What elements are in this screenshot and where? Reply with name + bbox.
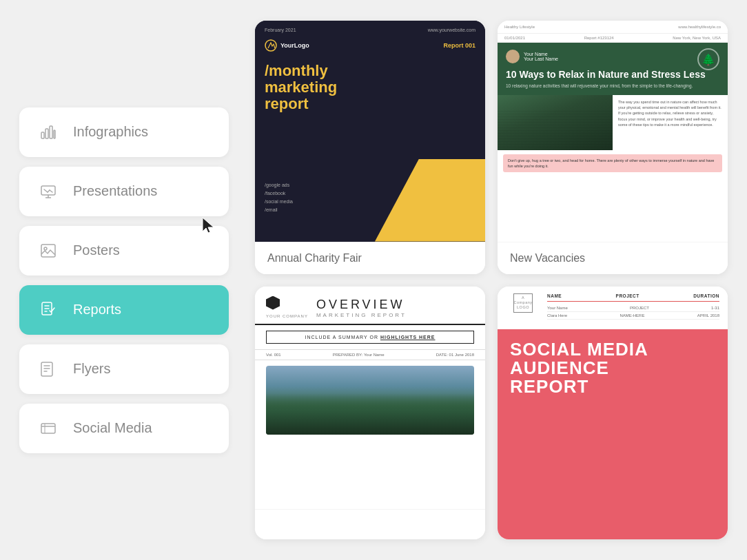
social-logo-box: ACompanyLOGO: [513, 293, 533, 313]
social-table-header: NAME PROJECT DURATION: [547, 293, 719, 302]
mmr-logo-text: YourLogo: [280, 42, 309, 49]
card-overview-marketing[interactable]: YOUR COMPANY OVERVIEW MARKETING REPORT I…: [255, 287, 485, 540]
nature-location: New York, New York, USA: [673, 36, 721, 40]
social-pink-section: SOCIAL MEDIAAUDIENCEREPORT: [498, 329, 728, 540]
card-social-media-audience-preview: ACompanyLOGO NAME PROJECT DURATION Your …: [498, 287, 728, 540]
nature-subtitle: 10 relaxing nature activities that will …: [506, 83, 719, 88]
overview-highlight: INCLUDE A SUMMARY OR HIGHLIGHTS HERE: [266, 331, 474, 344]
flyers-icon: [36, 357, 61, 382]
card-monthly-marketing-preview: February 2021 www.yourwebsite.com YourLo…: [255, 21, 485, 242]
card-overview-label: [255, 509, 485, 539]
sidebar-item-social-media[interactable]: Social Media: [19, 404, 229, 453]
svg-rect-10: [41, 245, 55, 257]
svg-rect-3: [54, 130, 55, 138]
svg-line-7: [44, 189, 48, 192]
sidebar-item-infographics-label: Infographics: [73, 124, 148, 140]
card-new-vacancies-preview: Healthy Lifestyle www.healthylifestyle.c…: [498, 21, 728, 242]
sidebar-item-reports-label: Reports: [73, 302, 121, 318]
social-top-section: ACompanyLOGO NAME PROJECT DURATION Your …: [498, 287, 728, 326]
sidebar-item-infographics[interactable]: Infographics: [19, 107, 229, 157]
presentation-icon: [36, 179, 61, 204]
card-new-vacancies[interactable]: Healthy Lifestyle www.healthylifestyle.c…: [498, 21, 728, 274]
nature-forest-image: [498, 95, 613, 150]
card-monthly-marketing[interactable]: February 2021 www.yourwebsite.com YourLo…: [255, 21, 485, 274]
svg-point-11: [44, 247, 47, 250]
nature-header-left: Healthy Lifestyle: [504, 25, 535, 29]
main-content: February 2021 www.yourwebsite.com YourLo…: [248, 0, 747, 560]
sidebar-item-presentations-label: Presentations: [73, 183, 157, 199]
social-big-title: SOCIAL MEDIAAUDIENCEREPORT: [510, 340, 715, 397]
social-icon: [36, 416, 61, 441]
sidebar-item-posters[interactable]: Posters: [19, 226, 229, 276]
mmr-channel-list: /google ads /facebook /social media /ema…: [265, 181, 293, 214]
nature-text-col: The way you spend time out in nature can…: [613, 95, 728, 150]
svg-rect-0: [41, 132, 44, 138]
mmr-title: /monthlymarketingreport: [255, 57, 485, 116]
mmr-logo: YourLogo: [265, 39, 309, 52]
mmr-yellow-shape: [375, 159, 485, 242]
nature-body-text: The way you spend time out in nature can…: [618, 100, 722, 127]
nature-report-num: Report #123124: [584, 36, 614, 40]
svg-rect-4: [41, 186, 55, 195]
mmr-website: www.yourwebsite.com: [428, 28, 475, 32]
overview-forest-image: [266, 366, 474, 435]
svg-point-23: [265, 40, 276, 51]
sidebar-item-posters-label: Posters: [73, 242, 120, 258]
card-monthly-marketing-label: Annual Charity Fair: [255, 242, 485, 274]
card-overview-marketing-preview: YOUR COMPANY OVERVIEW MARKETING REPORT I…: [255, 287, 485, 510]
mmr-date: February 2021: [265, 28, 296, 32]
reports-icon: [36, 298, 61, 322]
social-table-row-1: Your Name PROJECT 1-31: [547, 304, 719, 312]
social-table-row-2: Clara Here NAME-HERE APRIL 2018: [547, 312, 719, 320]
overview-company: YOUR COMPANY: [266, 314, 308, 318]
sidebar-item-social-media-label: Social Media: [73, 420, 152, 436]
nature-header-block: Your Name Your Last Name 🌲 10 Ways to Re…: [498, 43, 728, 95]
card-social-media-audience[interactable]: ACompanyLOGO NAME PROJECT DURATION Your …: [498, 287, 728, 540]
nature-avatar: Your Name Your Last Name: [506, 50, 719, 63]
mmr-report-num: Report 001: [443, 42, 475, 49]
nature-avatar-circle: [506, 50, 520, 63]
overview-title: OVERVIEW: [316, 298, 407, 312]
overview-hex-icon: [266, 296, 280, 310]
nature-image-row: The way you spend time out in nature can…: [498, 95, 728, 150]
sidebar: Infographics Presentations Posters: [0, 0, 248, 560]
svg-rect-16: [41, 362, 52, 376]
overview-subtitle: MARKETING REPORT: [316, 312, 407, 318]
sidebar-item-presentations[interactable]: Presentations: [19, 167, 229, 216]
social-logo-area: ACompanyLOGO: [506, 293, 540, 320]
bar-chart-icon: [36, 120, 61, 145]
social-table-area: NAME PROJECT DURATION Your Name PROJECT …: [547, 293, 719, 320]
card-new-vacancies-label: New Vacancies: [498, 242, 728, 274]
svg-line-9: [50, 190, 52, 192]
overview-vol: Vol. 001: [266, 353, 281, 357]
sidebar-item-flyers-label: Flyers: [73, 361, 110, 377]
nature-pink-box: Don't give up, hug a tree or two, and he…: [503, 154, 722, 173]
sidebar-item-flyers[interactable]: Flyers: [19, 344, 229, 394]
svg-rect-20: [41, 424, 55, 433]
svg-rect-1: [45, 129, 48, 138]
nature-tree-icon: 🌲: [697, 48, 719, 70]
overview-meta: Vol. 001 PREPARED BY: Your Name DATE: 01…: [255, 349, 485, 360]
svg-rect-2: [50, 126, 52, 138]
image-icon: [36, 238, 61, 263]
overview-prepared-by: Your Name: [364, 353, 385, 357]
nature-date: 01/01/2021: [504, 36, 525, 40]
overview-header: YOUR COMPANY OVERVIEW MARKETING REPORT: [255, 287, 485, 325]
nature-title: 10 Ways to Relax in Nature and Stress Le…: [506, 69, 719, 81]
nature-header-right: www.healthylifestyle.co: [678, 25, 721, 29]
sidebar-item-reports[interactable]: Reports: [19, 285, 229, 335]
overview-date: 01 June 2018: [449, 353, 474, 357]
